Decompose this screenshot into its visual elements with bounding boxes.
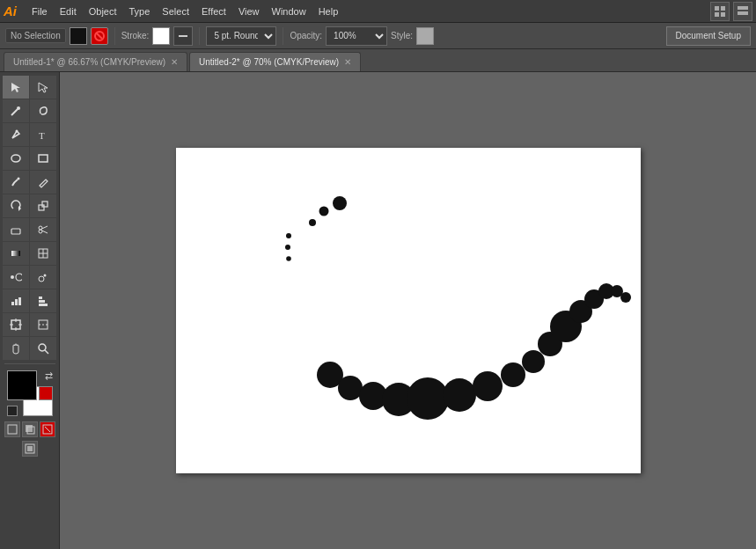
ellipse-tool[interactable] — [3, 147, 29, 170]
svg-rect-50 — [26, 425, 33, 432]
svg-rect-0 — [715, 6, 719, 11]
behind-mode-btn[interactable] — [22, 421, 38, 437]
svg-rect-21 — [11, 229, 20, 234]
foreground-color-swatch[interactable] — [7, 370, 37, 400]
menu-edit[interactable]: Edit — [54, 4, 83, 19]
svg-point-66 — [407, 377, 449, 420]
svg-line-24 — [42, 226, 48, 229]
svg-rect-1 — [721, 6, 725, 11]
svg-line-7 — [97, 33, 102, 39]
scale-tool[interactable] — [30, 194, 56, 217]
menu-effect[interactable]: Effect — [195, 4, 232, 19]
svg-point-17 — [18, 178, 20, 180]
hand-tool[interactable] — [3, 337, 29, 360]
svg-rect-35 — [15, 299, 18, 305]
grid-icon-btn[interactable] — [710, 2, 730, 21]
svg-point-68 — [473, 371, 503, 401]
normal-mode-btn[interactable] — [4, 421, 20, 437]
menu-type[interactable]: Type — [123, 4, 157, 19]
magic-wand-tool[interactable] — [3, 99, 29, 122]
svg-rect-34 — [11, 302, 14, 305]
slice-tool[interactable] — [30, 313, 56, 336]
svg-point-58 — [333, 196, 347, 210]
svg-rect-20 — [42, 201, 48, 207]
artwork-svg — [176, 148, 641, 473]
svg-point-33 — [44, 274, 47, 277]
eraser-tool[interactable] — [3, 218, 29, 241]
stroke-weight-dropdown[interactable]: 5 pt. Round — [206, 26, 276, 46]
tabs-bar: Untitled-1* @ 66.67% (CMYK/Preview) ✕ Un… — [0, 49, 756, 72]
blend-tool[interactable] — [3, 266, 29, 289]
rectangle-tool[interactable] — [30, 147, 56, 170]
swap-colors-icon[interactable]: ⇄ — [45, 370, 53, 382]
svg-rect-38 — [39, 300, 45, 303]
svg-rect-49 — [8, 425, 17, 434]
menu-view[interactable]: View — [232, 4, 266, 19]
style-swatch[interactable] — [416, 27, 434, 45]
svg-text:T: T — [39, 130, 45, 141]
bar-graph-tool[interactable] — [30, 289, 56, 312]
tab-untitled-2[interactable]: Untitled-2* @ 70% (CMYK/Preview) ✕ — [189, 52, 361, 71]
menu-help[interactable]: Help — [312, 4, 345, 19]
stroke-indicator[interactable] — [39, 386, 53, 400]
column-graph-tool[interactable] — [3, 289, 29, 312]
lasso-tool[interactable] — [30, 99, 56, 122]
paintbrush-tool[interactable] — [3, 171, 29, 194]
selection-label: No Selection — [5, 28, 66, 43]
canvas-area[interactable] — [60, 72, 756, 549]
app-logo: Ai — [4, 4, 17, 18]
svg-point-13 — [16, 130, 18, 133]
svg-point-30 — [11, 275, 14, 279]
arrange-icon-btn[interactable] — [733, 2, 752, 21]
svg-rect-19 — [39, 205, 44, 210]
gradient-tool[interactable] — [3, 242, 29, 265]
svg-rect-37 — [39, 296, 42, 299]
opacity-dropdown[interactable]: 100% — [326, 26, 387, 46]
pen-tool[interactable] — [3, 123, 29, 146]
svg-rect-55 — [27, 446, 33, 451]
scissors-tool[interactable] — [30, 218, 56, 241]
reset-colors-icon[interactable] — [7, 406, 18, 416]
svg-point-60 — [285, 245, 290, 250]
pencil-tool[interactable] — [30, 171, 56, 194]
stroke-swatch[interactable] — [152, 27, 170, 45]
direct-select-tool[interactable] — [30, 76, 56, 99]
svg-point-12 — [17, 106, 20, 110]
svg-point-22 — [39, 226, 42, 230]
tab-close-2[interactable]: ✕ — [344, 57, 351, 67]
svg-marker-10 — [39, 83, 48, 92]
inside-mode-btn[interactable] — [40, 421, 55, 437]
menu-file[interactable]: File — [26, 4, 54, 19]
zoom-tool[interactable] — [30, 337, 56, 360]
svg-rect-4 — [738, 6, 748, 10]
tab-untitled-1[interactable]: Untitled-1* @ 66.67% (CMYK/Preview) ✕ — [4, 52, 187, 71]
menu-window[interactable]: Window — [266, 4, 312, 19]
menu-object[interactable]: Object — [83, 4, 123, 19]
menu-select[interactable]: Select — [156, 4, 195, 19]
svg-point-56 — [309, 219, 316, 226]
svg-rect-3 — [721, 12, 725, 17]
symbol-sprayer-tool[interactable] — [30, 266, 56, 289]
tab-close-1[interactable]: ✕ — [171, 57, 178, 67]
change-screen-mode-btn[interactable] — [22, 441, 38, 457]
svg-point-61 — [286, 256, 291, 261]
tool-separator — [4, 363, 55, 364]
svg-rect-39 — [39, 304, 48, 306]
svg-rect-26 — [11, 251, 20, 256]
svg-marker-9 — [11, 83, 20, 92]
type-tool[interactable]: T — [30, 123, 56, 146]
document-setup-button[interactable]: Document Setup — [666, 26, 752, 46]
fill-swatch[interactable] — [70, 27, 87, 45]
svg-point-59 — [286, 233, 291, 238]
toolbar: No Selection Stroke: 5 pt. Round Opacity… — [0, 23, 756, 49]
mesh-tool[interactable] — [30, 242, 56, 265]
drawing-mode-buttons — [4, 421, 55, 437]
svg-point-47 — [39, 344, 46, 351]
artboard-tool[interactable] — [3, 313, 29, 336]
svg-point-15 — [11, 155, 20, 162]
selection-tool[interactable] — [3, 76, 29, 99]
svg-point-69 — [501, 362, 525, 387]
svg-rect-36 — [18, 297, 21, 305]
appearance-icon[interactable] — [91, 27, 108, 45]
rotate-tool[interactable] — [3, 194, 29, 217]
